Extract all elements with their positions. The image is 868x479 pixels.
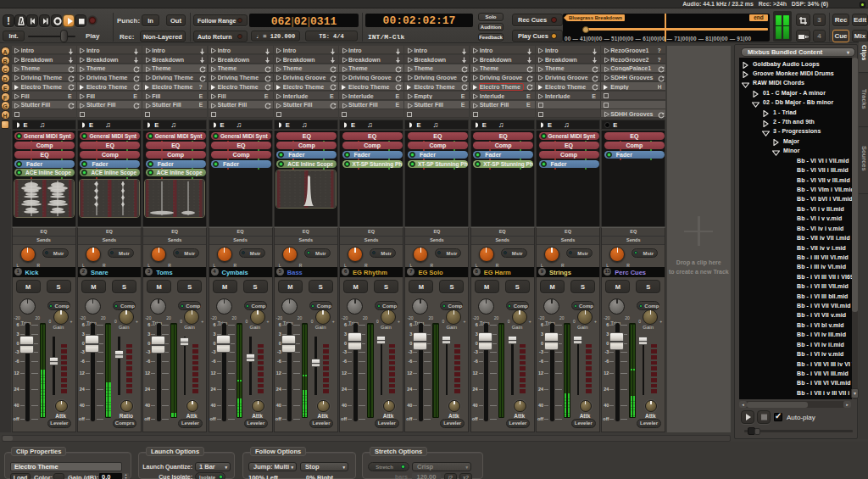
svg-text:!: !: [7, 15, 10, 27]
